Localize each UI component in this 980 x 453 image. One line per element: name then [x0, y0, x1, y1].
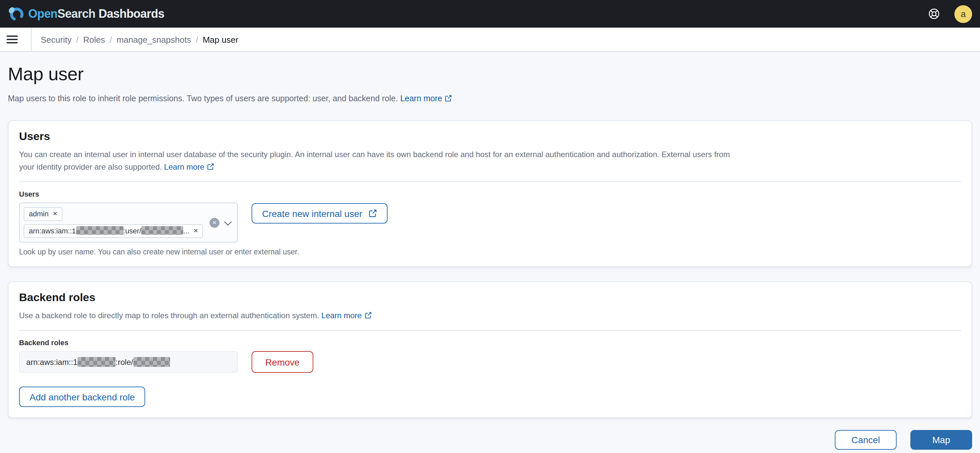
external-link-icon: [207, 163, 214, 172]
external-link-icon: [445, 95, 452, 104]
remove-user-icon[interactable]: [193, 228, 198, 234]
users-learn-more-link[interactable]: Learn more: [164, 163, 215, 172]
header-actions: a: [926, 5, 972, 23]
brand-title: OpenSearchDashboards: [28, 7, 164, 21]
create-internal-user-button[interactable]: Create new internal user: [251, 203, 387, 223]
user-pill-arn: arn:aws:iam::1:user/...: [24, 224, 203, 238]
app-root: OpenSearchDashboards a Security / Roles …: [0, 0, 980, 453]
remove-user-icon[interactable]: [52, 211, 57, 217]
header-divider: [31, 28, 32, 51]
backend-learn-more-link[interactable]: Learn more: [321, 311, 372, 320]
breadcrumb-separator: /: [72, 35, 83, 45]
users-combo-box[interactable]: admin arn:aws:iam::1:user/...: [19, 203, 238, 242]
users-panel-description: You can create an internal user in inter…: [19, 148, 747, 175]
users-field-label: Users: [19, 190, 961, 198]
backend-panel-title: Backend roles: [19, 291, 961, 305]
user-avatar[interactable]: a: [955, 5, 972, 23]
users-panel-title: Users: [19, 130, 961, 144]
panel-divider: [19, 182, 961, 182]
backend-roles-panel: Backend roles Use a backend role to dire…: [8, 281, 972, 418]
page-title: Map user: [8, 64, 972, 85]
cancel-button[interactable]: Cancel: [835, 430, 897, 450]
breadcrumb-separator: /: [105, 35, 116, 45]
selected-users-list: admin arn:aws:iam::1:user/...: [24, 207, 207, 238]
users-form-row: admin arn:aws:iam::1:user/... Create new…: [19, 203, 961, 242]
users-helper-text: Look up by user name. You can also creat…: [19, 248, 961, 256]
breadcrumb-current: Map user: [203, 35, 238, 45]
breadcrumb: Security / Roles / manage_snapshots / Ma…: [41, 35, 239, 45]
page-content: Map user Map users to this role to inher…: [0, 52, 980, 453]
backend-field-label: Backend roles: [19, 339, 961, 347]
page-learn-more-link[interactable]: Learn more: [400, 94, 452, 103]
page-description: Map users to this role to inherit role p…: [8, 93, 972, 106]
footer-actions: Cancel Map: [8, 430, 972, 450]
redacted-account-id: [78, 357, 116, 367]
chevron-down-icon[interactable]: [224, 218, 232, 225]
redacted-user-name: [141, 226, 183, 235]
map-button[interactable]: Map: [910, 430, 972, 450]
users-panel: Users You can create an internal user in…: [8, 120, 972, 267]
top-header: OpenSearchDashboards a: [0, 0, 980, 28]
help-icon[interactable]: [926, 6, 942, 22]
breadcrumb-role-name[interactable]: manage_snapshots: [116, 35, 191, 45]
opensearch-logo[interactable]: OpenSearchDashboards: [8, 6, 164, 22]
backend-panel-description: Use a backend role to directly map to ro…: [19, 309, 747, 323]
backend-form-row: arn:aws:iam::1:role/ Remove: [19, 351, 961, 373]
panel-divider: [19, 330, 961, 331]
external-link-icon: [364, 312, 371, 321]
backend-role-input[interactable]: arn:aws:iam::1:role/: [19, 351, 238, 373]
breadcrumb-separator: /: [191, 35, 203, 45]
redacted-role-name: [133, 357, 170, 367]
breadcrumb-security[interactable]: Security: [41, 35, 72, 45]
add-backend-role-button[interactable]: Add another backend role: [19, 387, 145, 407]
user-pill-admin: admin: [24, 207, 62, 221]
external-link-icon: [368, 209, 377, 218]
clear-selection-icon[interactable]: [210, 218, 220, 228]
remove-backend-role-button[interactable]: Remove: [251, 351, 313, 373]
breadcrumb-bar: Security / Roles / manage_snapshots / Ma…: [0, 28, 980, 52]
menu-icon[interactable]: [6, 35, 18, 44]
breadcrumb-roles[interactable]: Roles: [83, 35, 105, 45]
redacted-account-id: [76, 226, 123, 235]
opensearch-swirl-icon: [8, 6, 24, 22]
